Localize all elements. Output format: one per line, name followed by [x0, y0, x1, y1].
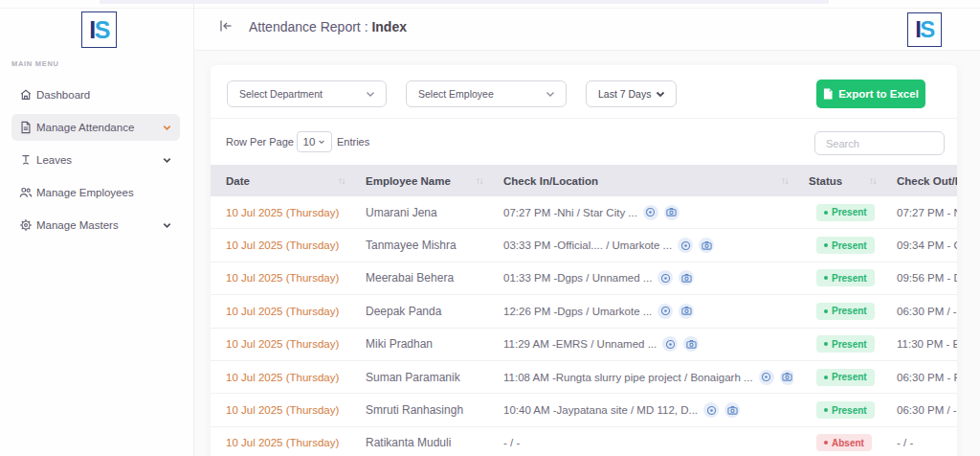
export-to-excel-button[interactable]: Export to Excel	[816, 80, 925, 108]
cell-check-in: 11:29 AM -EMRS / Unnamed ...	[488, 336, 793, 352]
camera-icon[interactable]	[679, 304, 694, 319]
cell-check-in: 01:33 PM -Dgps / Unnamed ...	[488, 270, 793, 285]
status-dot-icon	[824, 441, 828, 445]
sidebar-menu: DashboardManage AttendanceLeavesManage E…	[0, 81, 194, 244]
location-icon[interactable]	[678, 238, 693, 253]
status-dot-icon	[824, 408, 828, 412]
cell-status: Present	[793, 369, 881, 386]
sidebar-item-manage-employees[interactable]: Manage Employees	[11, 179, 180, 206]
status-badge: Absent	[816, 434, 872, 451]
table-row: 10 Jul 2025 (Thursday)Suman Paramanik11:…	[211, 361, 957, 394]
camera-icon[interactable]	[699, 238, 714, 253]
page-title-current: Index	[371, 19, 407, 34]
table-row: 10 Jul 2025 (Thursday)Umarani Jena07:27 …	[211, 196, 957, 229]
table-row: 10 Jul 2025 (Thursday)Smruti Ranhasingh1…	[211, 394, 957, 426]
report-card: Select Department Select Employee Last 7…	[211, 65, 957, 456]
camera-icon[interactable]	[683, 336, 699, 352]
cell-check-in: - / -	[488, 437, 793, 448]
sort-icon[interactable]: ↑↓	[338, 175, 345, 186]
column-header-status[interactable]: Status↑↓	[793, 175, 881, 187]
sidebar-item-manage-masters[interactable]: Manage Masters	[11, 212, 180, 239]
cell-date: 10 Jul 2025 (Thursday)	[211, 207, 350, 218]
cell-employee-name: Deepak Panda	[350, 305, 488, 318]
cell-date: 10 Jul 2025 (Thursday)	[211, 272, 350, 284]
status-dot-icon	[824, 376, 828, 379]
camera-icon[interactable]	[664, 205, 679, 220]
location-icon[interactable]	[657, 304, 673, 319]
chevron-down-icon	[318, 138, 325, 146]
gear-icon	[19, 218, 33, 232]
status-badge: Present	[816, 269, 875, 286]
column-header-check-in-location[interactable]: Check In/Location↑↓	[488, 175, 793, 187]
employee-select-value: Select Employee	[418, 88, 494, 100]
sidebar-collapse-icon[interactable]	[218, 18, 234, 37]
row-per-page-select[interactable]: 10	[297, 131, 332, 152]
location-icon[interactable]	[643, 205, 658, 220]
users-icon	[19, 186, 33, 199]
status-dot-icon	[824, 309, 828, 313]
chevron-down-icon	[162, 220, 172, 231]
top-accent-strip	[100, 0, 829, 4]
table-row: 10 Jul 2025 (Thursday)Deepak Panda12:26 …	[211, 295, 957, 328]
date-range-select[interactable]: Last 7 Days	[586, 80, 677, 107]
cell-status: Present	[793, 303, 881, 320]
camera-icon[interactable]	[724, 402, 740, 418]
camera-icon[interactable]	[679, 270, 694, 285]
home-icon	[19, 88, 33, 102]
sidebar-item-label: Manage Masters	[36, 219, 119, 231]
search-input[interactable]	[814, 131, 945, 155]
cell-status: Present	[793, 335, 881, 353]
sidebar-item-label: Dashboard	[36, 89, 90, 101]
status-dot-icon	[824, 243, 828, 247]
sidebar-item-label: Manage Attendance	[36, 122, 134, 133]
sidebar-item-dashboard[interactable]: Dashboard	[11, 81, 180, 108]
employee-select[interactable]: Select Employee	[406, 80, 567, 107]
cell-status: Present	[793, 401, 881, 419]
location-icon[interactable]	[703, 402, 719, 418]
sidebar-logo[interactable]: IS	[81, 11, 117, 48]
cell-employee-name: Tanmayee Mishra	[350, 239, 488, 252]
sidebar-item-label: Leaves	[36, 154, 72, 166]
table-row: 10 Jul 2025 (Thursday)Miki Pradhan11:29 …	[211, 329, 957, 361]
chevron-down-icon	[365, 88, 376, 100]
camera-icon[interactable]	[780, 370, 793, 385]
cell-employee-name: Smruti Ranhasingh	[350, 403, 488, 417]
logo-letter-s: S	[95, 16, 109, 44]
sort-icon[interactable]: ↑↓	[781, 175, 788, 186]
attendance-table: Date↑↓Employee Name↑↓Check In/Location↑↓…	[211, 165, 957, 456]
file-icon	[19, 121, 33, 134]
location-icon[interactable]	[662, 336, 678, 352]
sort-icon[interactable]: ↑↓	[869, 175, 876, 186]
chevron-down-icon	[162, 123, 172, 133]
table-row: 10 Jul 2025 (Thursday)Ratikanta Muduli- …	[211, 427, 957, 456]
column-header-check-out-l: Check Out/L	[881, 175, 957, 187]
cell-check-out: - / -	[881, 437, 957, 448]
cell-check-out: 09:34 PM - Official / Umarkote ...	[881, 239, 957, 251]
department-select[interactable]: Select Department	[227, 80, 387, 107]
sidebar-section-label: MAIN MENU	[11, 59, 59, 68]
column-header-date[interactable]: Date↑↓	[211, 175, 350, 187]
location-icon[interactable]	[657, 270, 673, 285]
cell-date: 10 Jul 2025 (Thursday)	[211, 404, 350, 416]
row-per-page-label: Row Per Page	[226, 136, 294, 148]
status-dot-icon	[824, 211, 828, 215]
status-dot-icon	[824, 342, 828, 346]
cell-employee-name: Suman Paramanik	[350, 371, 488, 384]
status-badge: Present	[816, 369, 875, 386]
topbar-logo: IS	[907, 12, 942, 47]
status-dot-icon	[824, 276, 828, 280]
cell-status: Present	[793, 204, 881, 221]
cell-employee-name: Miki Pradhan	[350, 337, 488, 351]
location-icon[interactable]	[759, 370, 774, 385]
cell-check-in: 11:08 AM -Rungta slurry pipe project / B…	[488, 370, 793, 385]
file-icon	[823, 88, 833, 100]
cell-check-out: 06:30 PM - Rungta slurry ...	[881, 372, 957, 383]
sidebar-item-manage-attendance[interactable]: Manage Attendance	[11, 114, 180, 141]
column-header-employee-name[interactable]: Employee Name↑↓	[350, 175, 488, 187]
row-per-page-value: 10	[303, 136, 316, 148]
cell-check-out: 07:27 PM - Nhi / Star City ...	[881, 207, 957, 218]
department-select-value: Select Department	[239, 88, 323, 100]
sort-icon[interactable]: ↑↓	[476, 175, 482, 186]
cell-employee-name: Meerabai Behera	[350, 271, 488, 285]
sidebar-item-leaves[interactable]: Leaves	[11, 147, 180, 173]
